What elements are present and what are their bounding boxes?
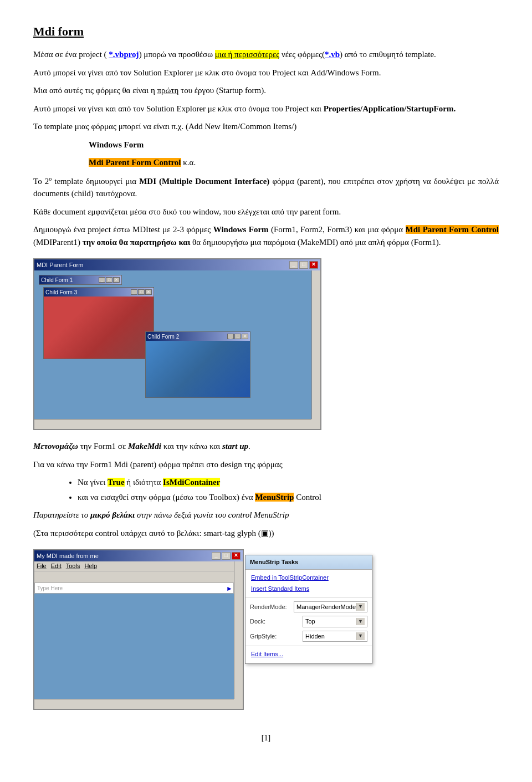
bullet1-true: True bbox=[108, 478, 125, 487]
mdi-window: MDI Parent Form _ □ ✕ Child Form 1 _ □ ✕ bbox=[33, 258, 321, 430]
child3-close[interactable]: ✕ bbox=[145, 289, 152, 295]
mdi2-win-controls: _ □ ✕ bbox=[212, 552, 241, 560]
menustrip-link-insert[interactable]: Insert Standard Items bbox=[245, 583, 372, 595]
mdi2-window: My MDI made from me _ □ ✕ File Edit Tool… bbox=[33, 549, 244, 710]
menustrip-panel-title: MenuStrip Tasks bbox=[245, 555, 372, 570]
menustrip-link-embed[interactable]: Embed in ToolStripContainer bbox=[245, 572, 372, 584]
gripstyle-value[interactable]: Hidden ▼ bbox=[303, 631, 367, 642]
child-form-2: Child Form 2 _ □ ✕ bbox=[145, 331, 250, 398]
menustrip-panel-body: Embed in ToolStripContainer Insert Stand… bbox=[245, 570, 372, 663]
mdi2-scrollbar-v[interactable] bbox=[234, 561, 243, 699]
close-button[interactable]: ✕ bbox=[309, 261, 318, 269]
child2-controls: _ □ ✕ bbox=[227, 334, 248, 339]
page-number-text: [1] bbox=[262, 734, 270, 742]
p1-mid: ) μπορώ να προσθέσω bbox=[139, 50, 215, 59]
mdi-title: MDI Parent Form bbox=[37, 260, 83, 270]
p1-highlight: μια ή περισσότερες bbox=[215, 50, 279, 59]
mdi2-client bbox=[34, 594, 234, 699]
menu-tools[interactable]: Tools bbox=[66, 561, 80, 571]
menu-edit[interactable]: Edit bbox=[51, 561, 62, 571]
child2-close[interactable]: ✕ bbox=[242, 334, 248, 339]
p1-start: Μέσα σε ένα project ( bbox=[33, 50, 109, 59]
bullet1-ismdi: IsMdiContainer bbox=[163, 478, 220, 487]
paragraph-2: Αυτό μπορεί να γίνει από τον Solution Ex… bbox=[33, 67, 499, 79]
child3-max[interactable]: □ bbox=[138, 289, 145, 295]
mdi2-minimize[interactable]: _ bbox=[212, 552, 221, 560]
gripstyle-arrow[interactable]: ▼ bbox=[356, 632, 365, 640]
dock-label: Dock: bbox=[250, 617, 303, 626]
p5-end: κ.α. bbox=[183, 158, 196, 167]
menustrip-divider bbox=[245, 597, 372, 597]
bullet-list: Να γίνει True ή ιδιότητα IsMdiContainer … bbox=[78, 476, 499, 503]
child3-title: Child Form 3 bbox=[45, 288, 77, 297]
child2-max[interactable]: □ bbox=[234, 334, 241, 339]
p6-mdi-bold: MDI (Multiple Document Interface) bbox=[139, 177, 269, 186]
mdi2-titlebar: My MDI made from me _ □ ✕ bbox=[34, 550, 243, 561]
type-here-box[interactable]: Type Here bbox=[34, 582, 234, 594]
bullet-item-2: και να εισαχθεί στην φόρμα (μέσω του Too… bbox=[78, 491, 499, 504]
p11-italic-end: στην πάνω δεξιά γωνία του control MenuSt… bbox=[135, 510, 289, 519]
bullet1-start: Να γίνει bbox=[78, 478, 108, 487]
p1-end2: ) από το επιθυμητό template. bbox=[340, 50, 436, 59]
mdi2-close[interactable]: ✕ bbox=[232, 552, 241, 560]
scrollbar-horizontal[interactable] bbox=[34, 419, 311, 429]
p8-start: Δημιουργώ ένα project έστω MDItest με 2-… bbox=[33, 225, 213, 234]
menustrip-edit-items[interactable]: Edit Items... bbox=[245, 648, 372, 661]
paragraph-11: Παρατηρείστε το μικρό βελάκι στην πάνω δ… bbox=[33, 509, 499, 522]
type-here-text: Type Here bbox=[37, 584, 63, 592]
child-form-3: Child Form 3 _ □ ✕ bbox=[43, 287, 154, 359]
p3-start: Μια από αυτές τις φόρμες θα είναι η bbox=[33, 86, 157, 95]
minimize-button[interactable]: _ bbox=[289, 261, 298, 269]
menustrip-row-rendermode: RenderMode: ManagerRenderMode ▼ bbox=[245, 600, 372, 615]
rendermode-value[interactable]: ManagerRenderMode ▼ bbox=[294, 601, 367, 613]
p6-start: Το 2 bbox=[33, 177, 49, 186]
menu-file[interactable]: File bbox=[37, 561, 47, 571]
bullet1-mid: ή ιδιότητα bbox=[125, 478, 163, 487]
paragraph-10: Για να κάνω την Form1 Mdi (parent) φόρμα… bbox=[33, 458, 499, 471]
gripstyle-text: Hidden bbox=[305, 632, 325, 641]
screenshot-mdi-parent: MDI Parent Form _ □ ✕ Child Form 1 _ □ ✕ bbox=[33, 258, 499, 430]
screenshot-mdi2-section: My MDI made from me _ □ ✕ File Edit Tool… bbox=[33, 549, 499, 710]
child2-title: Child Form 2 bbox=[147, 333, 179, 341]
page-heading: Mdi form bbox=[33, 22, 499, 40]
p5-start: Το template μιας φόρμας μπορεί να είναι … bbox=[33, 122, 296, 131]
dock-value[interactable]: Top ▼ bbox=[303, 616, 367, 627]
template-list: Windows Form Mdi Parent Form Control κ.α… bbox=[89, 139, 499, 169]
paragraph-1: Μέσα σε ένα project ( *.vbproj) μπορώ να… bbox=[33, 48, 499, 61]
dock-arrow[interactable]: ▼ bbox=[356, 618, 365, 626]
child1-close[interactable]: ✕ bbox=[113, 277, 120, 283]
mdi2-maximize[interactable]: □ bbox=[222, 552, 231, 560]
win-controls: _ □ ✕ bbox=[289, 261, 318, 269]
bullet2-start: και να εισαχθεί στην φόρμα (μέσω του Too… bbox=[78, 493, 255, 502]
rendermode-arrow[interactable]: ▼ bbox=[356, 603, 365, 611]
child1-max[interactable]: □ bbox=[106, 277, 112, 283]
child2-min[interactable]: _ bbox=[227, 334, 234, 339]
menu-help[interactable]: Help bbox=[84, 561, 97, 571]
mdi2-scrollbar-h[interactable] bbox=[34, 699, 234, 709]
p5-wf-line: Windows Form bbox=[89, 139, 499, 151]
child3-controls: _ □ ✕ bbox=[131, 289, 152, 295]
paragraph-4: Αυτό μπορεί να γίνει και από τον Solutio… bbox=[33, 103, 499, 115]
p9-startup: start up bbox=[222, 442, 248, 451]
smart-tag-arrow[interactable]: ► bbox=[226, 584, 233, 594]
child1-min[interactable]: _ bbox=[99, 277, 105, 283]
dock-text: Top bbox=[305, 617, 315, 626]
p9-end: και την κάνω και bbox=[161, 442, 222, 451]
mdi2-menubar: File Edit Tools Help bbox=[34, 561, 243, 571]
paragraph-12: (Στα περισσότερα control υπάρχει αυτό το… bbox=[33, 527, 499, 540]
child2-titlebar: Child Form 2 _ □ ✕ bbox=[146, 332, 250, 341]
bullet2-menustrip: MenuStrip bbox=[255, 493, 294, 502]
paragraph-5: Το template μιας φόρμας μπορεί να είναι … bbox=[33, 120, 499, 133]
maximize-button[interactable]: □ bbox=[299, 261, 308, 269]
p1-vb: *.vb bbox=[325, 50, 340, 59]
child3-titlebar: Child Form 3 _ □ ✕ bbox=[44, 288, 154, 297]
paragraph-7: Κάθε document εμφανίζεται μέσα στο δικό … bbox=[33, 206, 499, 218]
child3-min[interactable]: _ bbox=[131, 289, 137, 295]
scrollbar-vertical[interactable] bbox=[311, 270, 320, 419]
bullet-item-1: Να γίνει True ή ιδιότητα IsMdiContainer bbox=[78, 476, 499, 489]
p8-bold1: την οποία θα παρατηρήσω και bbox=[83, 238, 191, 247]
child-form-1: Child Form 1 _ □ ✕ bbox=[39, 275, 122, 285]
p8-mid2: (MDIParent1) bbox=[33, 238, 83, 247]
menustrip-divider-2 bbox=[245, 646, 372, 646]
rendermode-text: ManagerRenderMode bbox=[296, 602, 356, 612]
